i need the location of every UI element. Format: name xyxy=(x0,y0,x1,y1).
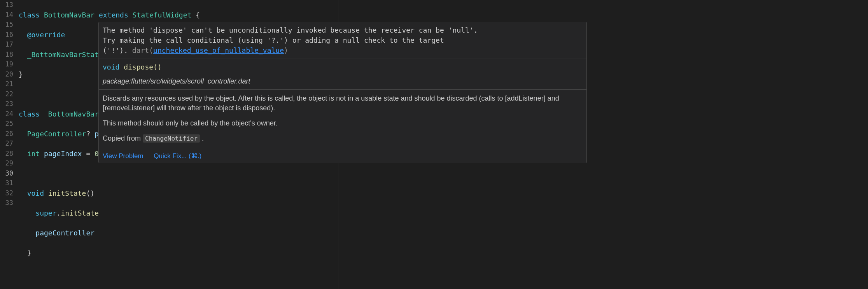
line-number: 27 xyxy=(0,139,13,149)
hover-error-message: The method 'dispose' can't be unconditio… xyxy=(99,22,586,59)
line-number: 29 xyxy=(0,158,13,169)
line-number: 21 xyxy=(0,79,13,89)
line-number: 23 xyxy=(0,99,13,109)
line-number: 15 xyxy=(0,20,13,30)
line-number: 22 xyxy=(0,89,13,99)
line-number: 16 xyxy=(0,30,13,40)
code-line[interactable]: @override xyxy=(19,287,868,289)
line-number: 26 xyxy=(0,129,13,139)
line-number: 25 xyxy=(0,119,13,129)
hover-tooltip[interactable]: The method 'dispose' can't be unconditio… xyxy=(98,22,587,163)
line-number: 32 xyxy=(0,188,13,198)
line-number: 20 xyxy=(0,70,13,80)
code-line[interactable] xyxy=(19,268,868,278)
line-number: 14 xyxy=(0,10,13,20)
line-number-current: 30 xyxy=(0,169,13,179)
code-line[interactable]: } xyxy=(19,248,868,258)
code-line[interactable]: pageController xyxy=(19,228,868,238)
line-number: 19 xyxy=(0,59,13,70)
view-problem-link[interactable]: View Problem xyxy=(103,152,144,160)
hover-package-path: package:flutter/src/widgets/scroll_contr… xyxy=(103,76,583,86)
line-number: 28 xyxy=(0,149,13,159)
line-number: 13 xyxy=(0,0,13,10)
error-rule-link[interactable]: unchecked_use_of_nullable_value xyxy=(153,46,284,54)
code-line[interactable]: class BottomNavBar extends StatefulWidge… xyxy=(19,10,868,20)
code-editor[interactable]: 13 14 15 16 17 18 19 20 21 22 23 24 25 2… xyxy=(0,0,868,289)
hover-signature: void dispose() package:flutter/src/widge… xyxy=(99,59,586,90)
code-line[interactable] xyxy=(19,169,868,179)
line-number: 31 xyxy=(0,178,13,188)
line-number: 24 xyxy=(0,109,13,119)
code-line[interactable]: void initState() xyxy=(19,188,868,198)
line-number: 17 xyxy=(0,40,13,50)
code-line[interactable]: super.initState xyxy=(19,208,868,218)
line-number-gutter: 13 14 15 16 17 18 19 20 21 22 23 24 25 2… xyxy=(0,0,19,289)
line-number: 33 xyxy=(0,198,13,208)
quick-fix-link[interactable]: Quick Fix... (⌘.) xyxy=(154,152,201,160)
line-number: 18 xyxy=(0,50,13,60)
hover-actions-bar: View Problem Quick Fix... (⌘.) xyxy=(99,149,586,163)
hover-documentation: Discards any resources used by the objec… xyxy=(99,90,586,149)
